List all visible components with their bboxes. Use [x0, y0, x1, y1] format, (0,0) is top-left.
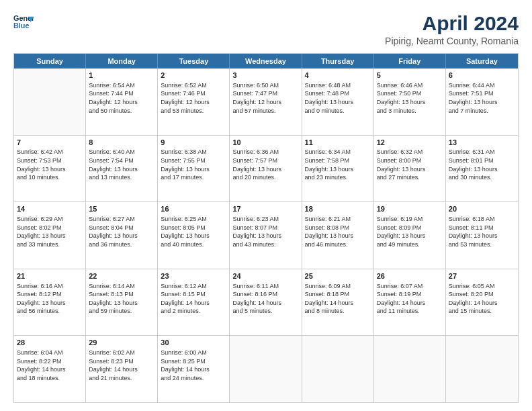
cell-content: Sunrise: 6:11 AM Sunset: 8:16 PM Dayligh…	[232, 282, 298, 316]
day-number: 7	[17, 138, 83, 148]
calendar-cell: 17Sunrise: 6:23 AM Sunset: 8:07 PM Dayli…	[230, 202, 302, 269]
cell-content: Sunrise: 6:18 AM Sunset: 8:11 PM Dayligh…	[449, 215, 515, 248]
cell-content: Sunrise: 6:42 AM Sunset: 7:53 PM Dayligh…	[17, 148, 83, 181]
calendar-row: 1Sunrise: 6:54 AM Sunset: 7:44 PM Daylig…	[14, 68, 518, 135]
calendar-cell: 21Sunrise: 6:16 AM Sunset: 8:12 PM Dayli…	[14, 269, 86, 336]
day-number: 12	[377, 138, 443, 148]
calendar-cell: 24Sunrise: 6:11 AM Sunset: 8:16 PM Dayli…	[230, 269, 302, 336]
day-number: 15	[89, 204, 154, 214]
day-number: 24	[232, 271, 298, 281]
day-number: 30	[161, 338, 226, 348]
calendar-cell: 23Sunrise: 6:12 AM Sunset: 8:15 PM Dayli…	[158, 269, 230, 336]
cell-content: Sunrise: 6:04 AM Sunset: 8:22 PM Dayligh…	[17, 349, 83, 382]
calendar-cell: 12Sunrise: 6:32 AM Sunset: 8:00 PM Dayli…	[374, 136, 446, 202]
cell-content: Sunrise: 6:34 AM Sunset: 7:58 PM Dayligh…	[305, 148, 371, 181]
cell-content: Sunrise: 6:00 AM Sunset: 8:25 PM Dayligh…	[161, 349, 226, 382]
day-number: 8	[89, 138, 154, 148]
cell-content: Sunrise: 6:29 AM Sunset: 8:02 PM Dayligh…	[17, 215, 83, 248]
day-number: 20	[449, 204, 515, 214]
subtitle: Pipirig, Neamt County, Romania	[385, 36, 519, 46]
weekday-header: Monday	[86, 54, 158, 68]
cell-content: Sunrise: 6:07 AM Sunset: 8:19 PM Dayligh…	[377, 282, 443, 316]
weekday-header: Friday	[374, 54, 446, 68]
calendar-cell: 1Sunrise: 6:54 AM Sunset: 7:44 PM Daylig…	[86, 68, 158, 135]
day-number: 1	[89, 71, 154, 81]
cell-content: Sunrise: 6:14 AM Sunset: 8:13 PM Dayligh…	[89, 282, 154, 316]
day-number: 19	[377, 204, 443, 214]
day-number: 21	[17, 271, 83, 281]
cell-content: Sunrise: 6:40 AM Sunset: 7:54 PM Dayligh…	[89, 148, 154, 181]
calendar-cell: 25Sunrise: 6:09 AM Sunset: 8:18 PM Dayli…	[302, 269, 374, 336]
calendar-cell	[14, 68, 86, 135]
day-number: 5	[377, 71, 443, 81]
weekday-header: Tuesday	[158, 54, 230, 68]
cell-content: Sunrise: 6:25 AM Sunset: 8:05 PM Dayligh…	[161, 215, 226, 248]
day-number: 13	[449, 138, 515, 148]
calendar-cell: 22Sunrise: 6:14 AM Sunset: 8:13 PM Dayli…	[86, 269, 158, 336]
calendar-cell: 18Sunrise: 6:21 AM Sunset: 8:08 PM Dayli…	[302, 202, 374, 269]
cell-content: Sunrise: 6:19 AM Sunset: 8:09 PM Dayligh…	[377, 215, 443, 248]
page: General Blue April 2024 Pipirig, Neamt C…	[0, 0, 532, 411]
cell-content: Sunrise: 6:16 AM Sunset: 8:12 PM Dayligh…	[17, 282, 83, 316]
day-number: 11	[305, 138, 371, 148]
calendar-cell: 5Sunrise: 6:46 AM Sunset: 7:50 PM Daylig…	[374, 68, 446, 135]
logo: General Blue	[13, 12, 34, 32]
calendar-row: 7Sunrise: 6:42 AM Sunset: 7:53 PM Daylig…	[14, 135, 518, 202]
calendar-row: 28Sunrise: 6:04 AM Sunset: 8:22 PM Dayli…	[14, 335, 518, 402]
calendar-cell: 29Sunrise: 6:02 AM Sunset: 8:23 PM Dayli…	[86, 336, 158, 402]
day-number: 28	[17, 338, 83, 348]
logo-icon: General Blue	[13, 12, 34, 32]
day-number: 6	[449, 71, 515, 81]
calendar-cell: 20Sunrise: 6:18 AM Sunset: 8:11 PM Dayli…	[446, 202, 518, 269]
calendar-row: 14Sunrise: 6:29 AM Sunset: 8:02 PM Dayli…	[14, 201, 518, 269]
calendar-cell: 8Sunrise: 6:40 AM Sunset: 7:54 PM Daylig…	[86, 136, 158, 202]
calendar-cell	[230, 336, 302, 402]
calendar-cell	[446, 336, 518, 402]
day-number: 18	[305, 204, 371, 214]
cell-content: Sunrise: 6:54 AM Sunset: 7:44 PM Dayligh…	[89, 81, 154, 115]
cell-content: Sunrise: 6:44 AM Sunset: 7:51 PM Dayligh…	[449, 81, 515, 115]
weekday-header: Wednesday	[230, 54, 302, 68]
calendar-cell: 9Sunrise: 6:38 AM Sunset: 7:55 PM Daylig…	[158, 136, 230, 202]
calendar-body: 1Sunrise: 6:54 AM Sunset: 7:44 PM Daylig…	[14, 68, 518, 402]
cell-content: Sunrise: 6:50 AM Sunset: 7:47 PM Dayligh…	[232, 81, 298, 115]
cell-content: Sunrise: 6:02 AM Sunset: 8:23 PM Dayligh…	[89, 349, 154, 382]
calendar-cell	[374, 336, 446, 402]
day-number: 27	[449, 271, 515, 281]
calendar-cell: 19Sunrise: 6:19 AM Sunset: 8:09 PM Dayli…	[374, 202, 446, 269]
weekday-header: Thursday	[302, 54, 374, 68]
calendar-cell	[302, 336, 374, 402]
day-number: 16	[161, 204, 226, 214]
calendar-cell: 27Sunrise: 6:05 AM Sunset: 8:20 PM Dayli…	[446, 269, 518, 336]
calendar-cell: 2Sunrise: 6:52 AM Sunset: 7:46 PM Daylig…	[158, 68, 230, 135]
calendar-cell: 15Sunrise: 6:27 AM Sunset: 8:04 PM Dayli…	[86, 202, 158, 269]
calendar: SundayMondayTuesdayWednesdayThursdayFrid…	[13, 53, 519, 403]
day-number: 26	[377, 271, 443, 281]
day-number: 2	[161, 71, 226, 81]
calendar-cell: 16Sunrise: 6:25 AM Sunset: 8:05 PM Dayli…	[158, 202, 230, 269]
day-number: 17	[232, 204, 298, 214]
weekday-header: Sunday	[14, 54, 86, 68]
calendar-cell: 13Sunrise: 6:31 AM Sunset: 8:01 PM Dayli…	[446, 136, 518, 202]
cell-content: Sunrise: 6:23 AM Sunset: 8:07 PM Dayligh…	[232, 215, 298, 248]
cell-content: Sunrise: 6:38 AM Sunset: 7:55 PM Dayligh…	[161, 148, 226, 181]
day-number: 23	[161, 271, 226, 281]
calendar-cell: 26Sunrise: 6:07 AM Sunset: 8:19 PM Dayli…	[374, 269, 446, 336]
cell-content: Sunrise: 6:32 AM Sunset: 8:00 PM Dayligh…	[377, 148, 443, 181]
calendar-cell: 30Sunrise: 6:00 AM Sunset: 8:25 PM Dayli…	[158, 336, 230, 402]
cell-content: Sunrise: 6:48 AM Sunset: 7:48 PM Dayligh…	[305, 81, 371, 115]
cell-content: Sunrise: 6:36 AM Sunset: 7:57 PM Dayligh…	[232, 148, 298, 181]
cell-content: Sunrise: 6:52 AM Sunset: 7:46 PM Dayligh…	[161, 81, 226, 115]
cell-content: Sunrise: 6:09 AM Sunset: 8:18 PM Dayligh…	[305, 282, 371, 316]
svg-text:Blue: Blue	[13, 21, 29, 30]
cell-content: Sunrise: 6:12 AM Sunset: 8:15 PM Dayligh…	[161, 282, 226, 316]
cell-content: Sunrise: 6:05 AM Sunset: 8:20 PM Dayligh…	[449, 282, 515, 316]
cell-content: Sunrise: 6:31 AM Sunset: 8:01 PM Dayligh…	[449, 148, 515, 181]
day-number: 10	[232, 138, 298, 148]
calendar-header: SundayMondayTuesdayWednesdayThursdayFrid…	[14, 54, 518, 68]
cell-content: Sunrise: 6:27 AM Sunset: 8:04 PM Dayligh…	[89, 215, 154, 248]
calendar-cell: 4Sunrise: 6:48 AM Sunset: 7:48 PM Daylig…	[302, 68, 374, 135]
calendar-cell: 7Sunrise: 6:42 AM Sunset: 7:53 PM Daylig…	[14, 136, 86, 202]
main-title: April 2024	[385, 12, 519, 34]
cell-content: Sunrise: 6:21 AM Sunset: 8:08 PM Dayligh…	[305, 215, 371, 248]
